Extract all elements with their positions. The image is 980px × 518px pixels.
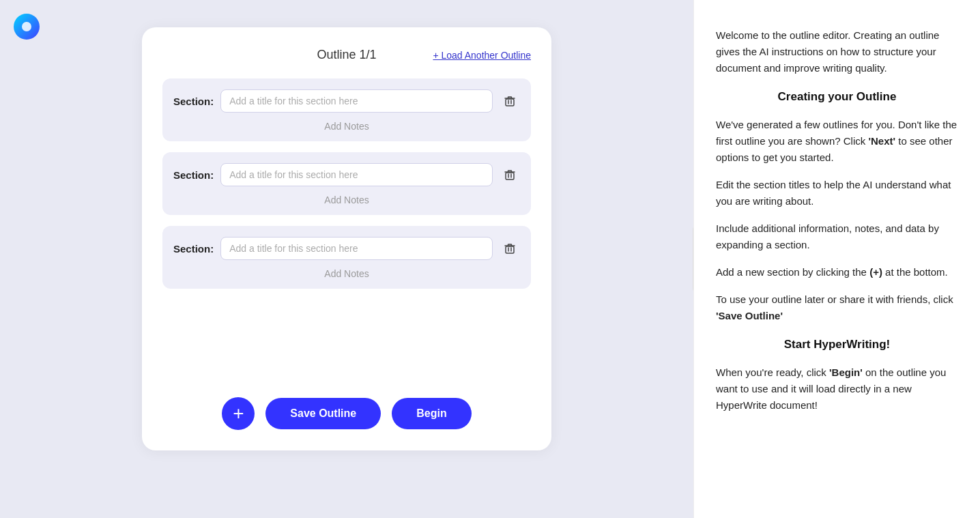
section-input-2[interactable] bbox=[220, 163, 493, 186]
bottom-buttons: + Save Outline Begin bbox=[162, 397, 531, 430]
app-logo[interactable] bbox=[14, 14, 40, 40]
section-row-3: Section: bbox=[173, 237, 520, 260]
card-header: Outline 1/1 + Load Another Outline bbox=[162, 48, 531, 62]
trash-icon bbox=[502, 93, 517, 109]
add-notes-1-button[interactable]: Add Notes bbox=[173, 119, 520, 133]
begin-para: When you're ready, click 'Begin' on the … bbox=[716, 364, 958, 414]
para3-text: Include additional information, notes, a… bbox=[716, 220, 958, 253]
delete-section-3-button[interactable] bbox=[500, 238, 520, 259]
plus-bold: (+) bbox=[869, 266, 882, 278]
section-card-2: Section: Add Notes bbox=[162, 152, 531, 215]
begin-button[interactable]: Begin bbox=[392, 398, 471, 429]
section-card-1: Section: Add Notes bbox=[162, 78, 531, 141]
svg-rect-2 bbox=[506, 246, 514, 253]
para2-text: Edit the section titles to help the AI u… bbox=[716, 177, 958, 210]
para4-text: Add a new section by clicking the (+) at… bbox=[716, 264, 958, 280]
add-notes-2-button[interactable]: Add Notes bbox=[173, 193, 520, 207]
section-label-3: Section: bbox=[173, 243, 214, 255]
start-title: Start HyperWriting! bbox=[716, 335, 958, 354]
outline-card: Outline 1/1 + Load Another Outline Secti… bbox=[142, 27, 551, 450]
save-outline-button[interactable]: Save Outline bbox=[265, 398, 381, 429]
section-label-2: Section: bbox=[173, 169, 214, 181]
para4-end: at the bottom. bbox=[885, 266, 948, 278]
instructions-panel: Welcome to the outline editor. Creating … bbox=[693, 0, 980, 518]
logo-inner bbox=[22, 22, 31, 31]
para1-text: We've generated a few outlines for you. … bbox=[716, 117, 958, 166]
delete-section-2-button[interactable] bbox=[500, 164, 520, 185]
save-bold: 'Save Outline' bbox=[716, 310, 783, 321]
para5-start: To use your outline later or share it wi… bbox=[716, 293, 953, 305]
delete-section-1-button[interactable] bbox=[500, 91, 520, 111]
section-row-1: Section: bbox=[173, 89, 520, 113]
add-notes-3-button[interactable]: Add Notes bbox=[173, 267, 520, 280]
section-input-1[interactable] bbox=[220, 89, 493, 113]
section-input-3[interactable] bbox=[220, 237, 493, 260]
trash-icon bbox=[502, 167, 517, 182]
trash-icon bbox=[502, 241, 517, 256]
sections-container: Section: Add Notes Sect bbox=[162, 78, 531, 377]
main-area: Outline 1/1 + Load Another Outline Secti… bbox=[0, 0, 693, 518]
add-section-button[interactable]: + bbox=[222, 397, 255, 430]
section-card-3: Section: Add Notes bbox=[162, 226, 531, 289]
section-label-1: Section: bbox=[173, 96, 214, 107]
svg-rect-1 bbox=[506, 173, 514, 179]
begin-para-start: When you're ready, click bbox=[716, 366, 826, 378]
svg-rect-0 bbox=[506, 99, 514, 106]
instructions-text: Welcome to the outline editor. Creating … bbox=[716, 27, 958, 414]
para5-text: To use your outline later or share it wi… bbox=[716, 291, 958, 324]
para4-start: Add a new section by clicking the bbox=[716, 266, 867, 278]
load-another-button[interactable]: + Load Another Outline bbox=[433, 50, 531, 61]
creating-title: Creating your Outline bbox=[716, 87, 958, 106]
section-row-2: Section: bbox=[173, 163, 520, 186]
outline-title: Outline 1/1 bbox=[317, 48, 376, 62]
intro-text: Welcome to the outline editor. Creating … bbox=[716, 27, 958, 76]
begin-bold: 'Begin' bbox=[829, 366, 863, 378]
next-bold: 'Next' bbox=[868, 135, 895, 147]
panel-wrapper: Hide Instructions Welcome to the outline… bbox=[693, 0, 980, 518]
